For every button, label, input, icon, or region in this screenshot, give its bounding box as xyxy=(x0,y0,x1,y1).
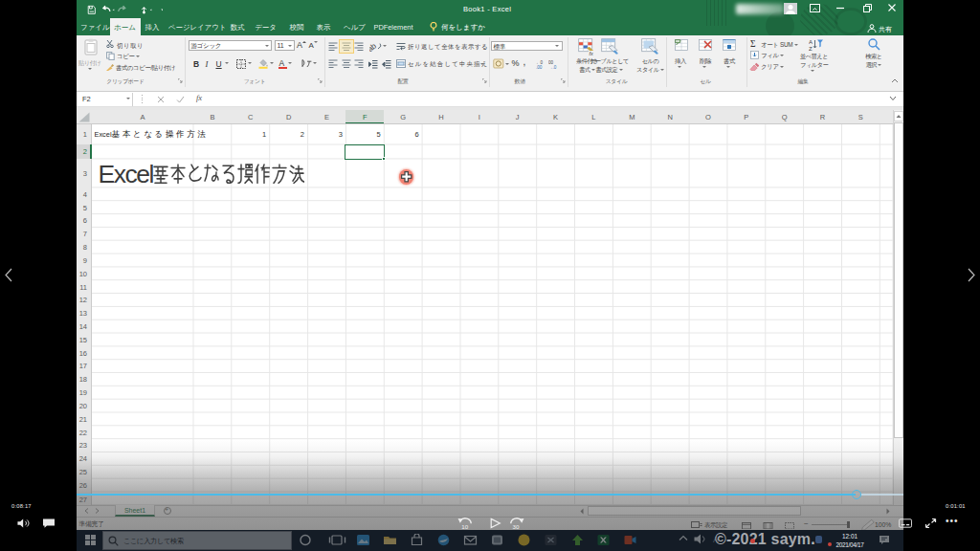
svg-text:30: 30 xyxy=(513,523,520,530)
svg-text:A: A xyxy=(809,39,813,45)
svg-text:10: 10 xyxy=(461,523,468,530)
svg-text:.00: .00 xyxy=(536,65,543,69)
svg-text:→.0: →.0 xyxy=(548,65,557,69)
svg-text:fx: fx xyxy=(590,51,594,56)
svg-text:Z: Z xyxy=(809,46,813,51)
svg-text:ab: ab xyxy=(369,41,378,52)
